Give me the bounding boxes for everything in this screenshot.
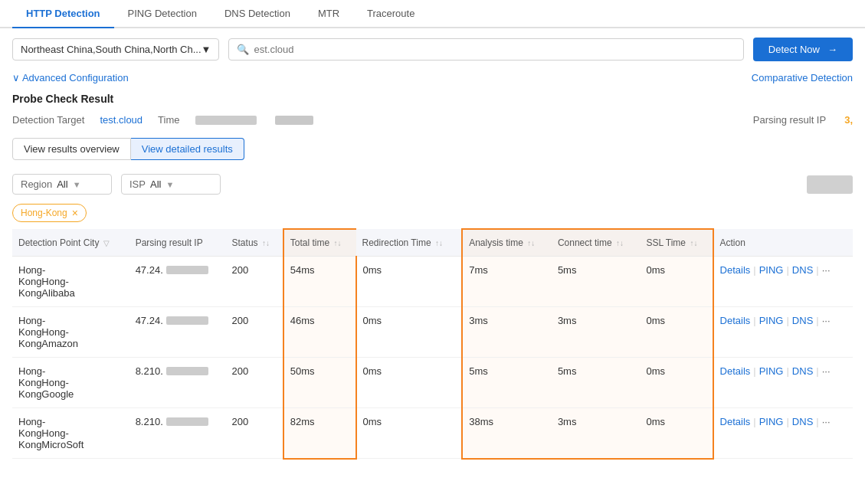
- th-total-time: Total time ↑↓: [283, 229, 356, 257]
- cell-total-time: 50ms: [283, 358, 356, 408]
- ping-link[interactable]: PING: [759, 315, 784, 326]
- cell-action: Details | PING | DNS | ···: [713, 307, 853, 358]
- isp-filter[interactable]: ISP All ▼: [121, 174, 221, 195]
- cell-ip: 8.210.: [129, 408, 226, 459]
- region-select[interactable]: Northeast China,South China,North Ch... …: [12, 38, 219, 61]
- ssl-sort-icon[interactable]: ↑↓: [690, 239, 697, 247]
- dns-link[interactable]: DNS: [792, 264, 813, 276]
- th-redirect-time: Redirection Time ↑↓: [356, 229, 463, 257]
- tags-row: Hong-Kong ×: [0, 201, 865, 228]
- arrow-right-icon: →: [827, 44, 837, 55]
- cell-connect-time: 5ms: [552, 257, 641, 307]
- cell-redirect-time: 0ms: [356, 408, 463, 459]
- details-link[interactable]: Details: [720, 315, 751, 326]
- isp-filter-value: All: [150, 178, 161, 190]
- hong-kong-tag: Hong-Kong ×: [12, 204, 87, 222]
- cell-total-time: 82ms: [283, 408, 356, 459]
- cell-city: Hong- KongHong- KongGoogle: [12, 358, 129, 408]
- details-link[interactable]: Details: [720, 264, 751, 276]
- time-value-blurred: [195, 116, 257, 125]
- detection-target-value: test.cloud: [100, 114, 143, 126]
- probe-title: Probe Check Result: [0, 90, 865, 111]
- city-filter-icon[interactable]: ▽: [103, 239, 110, 247]
- cell-action: Details | PING | DNS | ···: [713, 358, 853, 408]
- detect-now-button[interactable]: Detect Now →: [753, 38, 853, 61]
- ping-link[interactable]: PING: [759, 365, 784, 377]
- action-links: Details | PING | DNS | ···: [720, 264, 847, 276]
- advanced-row: ∨ Advanced Configuration Comparative Det…: [0, 70, 865, 90]
- connect-sort-icon[interactable]: ↑↓: [616, 239, 624, 247]
- parsing-ip-label: Parsing result IP: [753, 114, 826, 126]
- cell-ssl-time: 0ms: [640, 358, 713, 408]
- details-link[interactable]: Details: [720, 365, 751, 377]
- analysis-sort-icon[interactable]: ↑↓: [527, 239, 535, 247]
- th-connect-time: Connect time ↑↓: [552, 229, 641, 257]
- more-actions-icon[interactable]: ···: [822, 365, 831, 377]
- cell-analysis-time: 3ms: [462, 307, 552, 358]
- region-filter-label: Region: [21, 178, 52, 190]
- cell-analysis-time: 7ms: [462, 257, 552, 307]
- advanced-config-link[interactable]: ∨ Advanced Configuration: [12, 72, 129, 83]
- table-row: Hong- KongHong- KongGoogle 8.210. 200 50…: [12, 358, 853, 408]
- details-link[interactable]: Details: [720, 416, 751, 427]
- cell-ip: 47.24.: [129, 307, 226, 358]
- cell-connect-time: 3ms: [552, 408, 641, 459]
- status-sort-icon[interactable]: ↑↓: [262, 239, 270, 247]
- th-status: Status ↑↓: [226, 229, 283, 257]
- cell-ip: 47.24.: [129, 257, 226, 307]
- th-ip: Parsing result IP: [129, 229, 226, 257]
- dns-link[interactable]: DNS: [792, 315, 813, 326]
- action-links: Details | PING | DNS | ···: [720, 315, 847, 326]
- tabs-bar: HTTP Detection PING Detection DNS Detect…: [0, 0, 865, 28]
- view-buttons: View results overview View detailed resu…: [0, 133, 865, 168]
- tab-http[interactable]: HTTP Detection: [12, 0, 114, 28]
- cell-redirect-time: 0ms: [356, 307, 463, 358]
- filter-row: Region All ▼ ISP All ▼: [0, 168, 865, 201]
- view-overview-button[interactable]: View results overview: [12, 138, 131, 160]
- cell-status: 200: [226, 408, 283, 459]
- detect-now-label: Detect Now: [768, 44, 820, 55]
- region-chevron-icon: ▼: [73, 180, 81, 189]
- total-time-sort-icon[interactable]: ↑↓: [333, 239, 341, 247]
- ping-link[interactable]: PING: [759, 416, 784, 427]
- detection-target-label: Detection Target: [12, 114, 84, 126]
- more-actions-icon[interactable]: ···: [822, 416, 831, 427]
- cell-city: Hong- KongHong- KongAmazon: [12, 307, 129, 358]
- ping-link[interactable]: PING: [759, 264, 784, 276]
- table-row: Hong- KongHong- KongMicroSoft 8.210. 200…: [12, 408, 853, 459]
- tab-traceroute[interactable]: Traceroute: [353, 0, 428, 28]
- detection-info-row: Detection Target test.cloud Time Parsing…: [0, 111, 865, 133]
- cell-analysis-time: 5ms: [462, 358, 552, 408]
- isp-filter-label: ISP: [129, 178, 146, 190]
- dns-link[interactable]: DNS: [792, 416, 813, 427]
- tab-mtr[interactable]: MTR: [304, 0, 353, 28]
- search-input[interactable]: [254, 44, 735, 55]
- more-actions-icon[interactable]: ···: [822, 315, 831, 326]
- table-body: Hong- KongHong- KongAlibaba 47.24. 200 5…: [12, 257, 853, 459]
- view-detailed-button[interactable]: View detailed results: [131, 138, 244, 160]
- filter-left: Region All ▼ ISP All ▼: [12, 174, 221, 195]
- cell-ssl-time: 0ms: [640, 307, 713, 358]
- th-action: Action: [713, 229, 853, 257]
- table-row: Hong- KongHong- KongAmazon 47.24. 200 46…: [12, 307, 853, 358]
- cell-action: Details | PING | DNS | ···: [713, 408, 853, 459]
- table-header-row: Detection Point City ▽ Parsing result IP…: [12, 229, 853, 257]
- cell-ssl-time: 0ms: [640, 257, 713, 307]
- cell-status: 200: [226, 358, 283, 408]
- cell-ip: 8.210.: [129, 358, 226, 408]
- dns-link[interactable]: DNS: [792, 365, 813, 377]
- tab-ping[interactable]: PING Detection: [114, 0, 211, 28]
- region-filter-value: All: [57, 178, 67, 190]
- region-filter[interactable]: Region All ▼: [12, 174, 112, 195]
- table-row: Hong- KongHong- KongAlibaba 47.24. 200 5…: [12, 257, 853, 307]
- more-actions-icon[interactable]: ···: [822, 264, 831, 276]
- cell-status: 200: [226, 257, 283, 307]
- tab-dns[interactable]: DNS Detection: [211, 0, 304, 28]
- action-links: Details | PING | DNS | ···: [720, 416, 847, 427]
- cell-redirect-time: 0ms: [356, 257, 463, 307]
- search-icon: 🔍: [237, 44, 249, 55]
- comparative-detection-link[interactable]: Comparative Detection: [752, 72, 853, 83]
- table-wrap: Detection Point City ▽ Parsing result IP…: [0, 228, 865, 460]
- redirect-sort-icon[interactable]: ↑↓: [435, 239, 443, 247]
- tag-close-button[interactable]: ×: [72, 207, 78, 219]
